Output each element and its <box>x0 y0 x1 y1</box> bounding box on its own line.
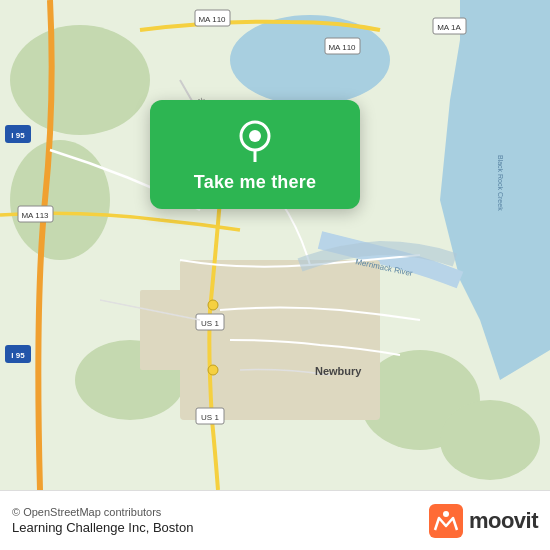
svg-text:MA 1A: MA 1A <box>437 23 461 32</box>
svg-rect-34 <box>429 504 463 538</box>
svg-text:US 1: US 1 <box>201 319 219 328</box>
svg-point-7 <box>440 400 540 480</box>
action-card[interactable]: Take me there <box>150 100 360 209</box>
svg-point-30 <box>208 300 218 310</box>
map-attribution: © OpenStreetMap contributors <box>12 506 193 518</box>
location-label: Learning Challenge Inc, Boston <box>12 520 193 535</box>
svg-text:MA 113: MA 113 <box>21 211 49 220</box>
svg-point-31 <box>208 365 218 375</box>
location-pin-icon <box>233 118 277 162</box>
bottom-left-info: © OpenStreetMap contributors Learning Ch… <box>12 506 193 535</box>
moovit-brand: moovit <box>429 504 538 538</box>
take-me-there-button[interactable]: Take me there <box>194 172 316 193</box>
svg-text:Newbury: Newbury <box>315 365 362 377</box>
svg-text:US 1: US 1 <box>201 413 219 422</box>
svg-point-3 <box>10 25 150 135</box>
svg-point-35 <box>443 511 449 517</box>
moovit-logo-icon <box>429 504 463 538</box>
svg-text:MA 110: MA 110 <box>198 15 226 24</box>
map-container: I 95 I 95 MA 110 MA 110 MA 1A MA 113 US … <box>0 0 550 490</box>
svg-point-4 <box>10 140 110 260</box>
svg-text:I 95: I 95 <box>11 351 25 360</box>
moovit-text: moovit <box>469 508 538 534</box>
svg-text:MA 110: MA 110 <box>328 43 356 52</box>
bottom-bar: © OpenStreetMap contributors Learning Ch… <box>0 490 550 550</box>
svg-text:Black Rock Creek: Black Rock Creek <box>497 155 504 211</box>
svg-text:I 95: I 95 <box>11 131 25 140</box>
svg-point-33 <box>249 130 261 142</box>
